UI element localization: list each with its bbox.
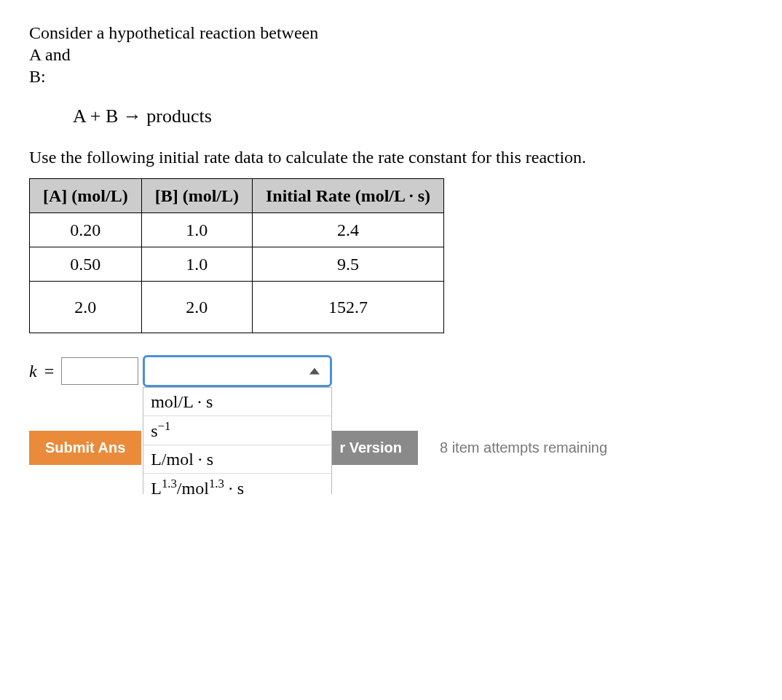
instruction-text: Use the following initial rate data to c… <box>29 146 753 168</box>
intro-line2: A and <box>29 45 71 64</box>
k-value-input[interactable] <box>61 357 138 385</box>
table-row: 2.0 2.0 152.7 <box>30 281 444 333</box>
button-row: Submit Ans r Version 8 item attempts rem… <box>29 431 753 465</box>
col-header-B: [B] (mol/L) <box>141 178 252 212</box>
unit-option[interactable]: L/mol · s <box>143 445 331 474</box>
table-row: 0.20 1.0 2.4 <box>30 212 444 247</box>
table-row: 0.50 1.0 9.5 <box>30 247 444 281</box>
unit-dropdown: mol/L · s s−1 L/mol · s L1.3/mol1.3 · s … <box>143 387 332 494</box>
initial-rate-table: [A] (mol/L) [B] (mol/L) Initial Rate (mo… <box>29 178 444 333</box>
unit-select[interactable] <box>143 355 332 387</box>
unit-option[interactable]: L1.3/mol1.3 · s <box>143 474 331 494</box>
intro-line1: Consider a hypothetical reaction between <box>29 23 318 42</box>
col-header-rate: Initial Rate (mol/L · s) <box>252 178 443 212</box>
submit-button[interactable]: Submit Ans <box>29 431 141 465</box>
reaction-equation: A + B → products <box>73 105 753 129</box>
problem-intro: Consider a hypothetical reaction between… <box>29 22 753 87</box>
intro-line3: B: <box>29 67 46 86</box>
answer-row: k = mol/L · s s−1 L/mol · s L1.3/mol1.3 … <box>29 355 753 387</box>
version-button[interactable]: r Version <box>323 431 418 465</box>
col-header-A: [A] (mol/L) <box>30 178 142 212</box>
unit-option[interactable]: mol/L · s <box>143 388 331 416</box>
equals-sign: = <box>44 360 55 382</box>
k-label: k <box>29 360 37 382</box>
attempts-remaining: 8 item attempts remaining <box>440 439 607 457</box>
unit-option[interactable]: s−1 <box>143 416 331 445</box>
